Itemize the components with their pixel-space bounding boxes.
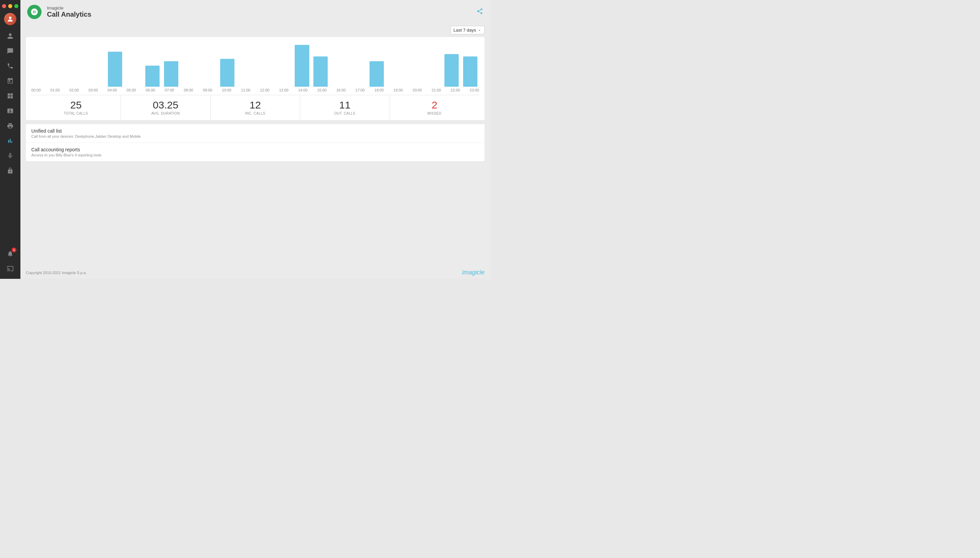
chart-bar-slot	[69, 43, 87, 87]
stat-value: 2	[393, 100, 476, 110]
sidebar-item-user[interactable]	[3, 29, 17, 43]
chart-time-label: 17:00	[355, 88, 365, 92]
sidebar-item-printer[interactable]	[3, 119, 17, 133]
chart-time-label: 00:00	[31, 88, 41, 92]
stat-item: 2MISSED	[390, 95, 479, 120]
chart-bar-slot	[274, 43, 292, 87]
sidebar-item-calendar[interactable]	[3, 74, 17, 88]
chart-bar	[145, 66, 159, 87]
unified-call-list-item[interactable]: Unified call list Call from all your dev…	[26, 124, 485, 143]
traffic-lights	[2, 0, 18, 11]
chart-labels: 00:0001:0002:0003:0004:0005:0006:0007:00…	[31, 87, 479, 95]
stats-row: 25TOTAL CALLS03.25AVG. DURATION12INC. CA…	[31, 95, 479, 120]
chart-bar-slot	[349, 43, 367, 87]
chart-time-label: 09:00	[203, 88, 212, 92]
chart-time-label: 20:00	[413, 88, 422, 92]
stat-value: 11	[303, 100, 386, 110]
menu-section: Unified call list Call from all your dev…	[26, 124, 485, 161]
chart-time-label: 18:00	[374, 88, 384, 92]
sidebar-item-mic[interactable]	[3, 149, 17, 162]
period-label: Last 7 days	[454, 28, 476, 33]
chart-bar-slot	[181, 43, 199, 87]
chart-time-label: 01:00	[50, 88, 60, 92]
close-button[interactable]	[2, 4, 6, 8]
chart-time-label: 16:00	[336, 88, 346, 92]
chart-bar	[164, 61, 178, 87]
app-logo	[27, 5, 41, 19]
chart-bar	[370, 61, 384, 87]
chart-time-label: 22:00	[451, 88, 460, 92]
sidebar-item-chat[interactable]	[3, 44, 17, 58]
chart-bar-slot	[50, 43, 68, 87]
filter-row: Last 7 days	[26, 26, 485, 34]
chart-bar-slot	[256, 43, 274, 87]
stat-label: INC. CALLS	[213, 112, 297, 115]
main-content: Imagicle Call Analytics Last 7 days 00:0…	[20, 0, 490, 279]
minimize-button[interactable]	[8, 4, 12, 8]
footer-logo: imagicle	[462, 269, 485, 276]
chart-time-label: 10:00	[222, 88, 232, 92]
chart-time-label: 05:00	[127, 88, 136, 92]
chart-time-label: 19:00	[393, 88, 403, 92]
chart-time-label: 21:00	[431, 88, 441, 92]
app-brand: Imagicle	[47, 6, 91, 11]
chart-bar-slot	[237, 43, 255, 87]
stat-label: MISSED	[393, 112, 476, 115]
sidebar-item-contacts[interactable]	[3, 104, 17, 118]
chart-bar-slot	[331, 43, 349, 87]
sidebar-item-grid[interactable]	[3, 89, 17, 103]
chart-bar	[108, 52, 122, 87]
chart-bar	[444, 54, 459, 87]
period-select[interactable]: Last 7 days	[451, 26, 485, 34]
chart-bar-slot	[293, 43, 311, 87]
stat-label: AVG. DURATION	[123, 112, 207, 115]
copyright-text: Copyright 2010-2021 Imagicle S.p.a.	[26, 271, 87, 275]
chart-bar-slot	[386, 43, 404, 87]
chart-time-label: 14:00	[298, 88, 307, 92]
sidebar-item-lock[interactable]	[3, 164, 17, 177]
chart-bar-slot	[442, 43, 460, 87]
chart-time-label: 13:00	[279, 88, 289, 92]
sidebar-item-cast[interactable]	[3, 262, 17, 276]
content-area: Last 7 days 00:0001:0002:0003:0004:0005:…	[20, 23, 490, 266]
chart-time-label: 04:00	[107, 88, 117, 92]
stat-item: 03.25AVG. DURATION	[121, 95, 210, 120]
sidebar: 1	[0, 0, 20, 279]
chart-bar-slot	[424, 43, 442, 87]
chart-bar-slot	[218, 43, 236, 87]
chart-time-label: 15:00	[317, 88, 327, 92]
stat-item: 12INC. CALLS	[210, 95, 300, 120]
chart-bar-slot	[312, 43, 330, 87]
maximize-button[interactable]	[14, 4, 18, 8]
call-accounting-item[interactable]: Call accounting reports Access to you Bi…	[26, 143, 485, 161]
app-name: Call Analytics	[47, 11, 91, 18]
stat-item: 25TOTAL CALLS	[31, 95, 121, 120]
chart-time-label: 07:00	[165, 88, 174, 92]
unified-call-list-title: Unified call list	[31, 128, 479, 134]
chart-panel: 00:0001:0002:0003:0004:0005:0006:0007:00…	[26, 37, 485, 120]
chart-bar-slot	[368, 43, 386, 87]
avatar[interactable]	[4, 13, 16, 25]
sidebar-item-analytics[interactable]	[3, 134, 17, 148]
svg-point-0	[9, 16, 11, 19]
app-title: Imagicle Call Analytics	[47, 6, 91, 18]
sidebar-item-notifications[interactable]: 1	[3, 247, 17, 261]
chart-time-label: 02:00	[69, 88, 79, 92]
chart-time-label: 08:00	[184, 88, 193, 92]
chart-area	[31, 43, 479, 87]
chart-bar-slot	[87, 43, 105, 87]
stat-value: 12	[213, 100, 297, 110]
chart-time-label: 06:00	[146, 88, 155, 92]
chart-bar-slot	[199, 43, 217, 87]
share-icon[interactable]	[476, 8, 483, 16]
chart-bar-slot	[461, 43, 479, 87]
sidebar-item-phone[interactable]	[3, 59, 17, 73]
chart-bar-slot	[106, 43, 124, 87]
chart-bar-slot	[125, 43, 143, 87]
header: Imagicle Call Analytics	[20, 0, 490, 23]
unified-call-list-subtitle: Call from all your devices: Deskphone,Ja…	[31, 134, 479, 138]
chart-time-label: 11:00	[241, 88, 250, 92]
chart-time-label: 03:00	[89, 88, 98, 92]
chart-bar	[220, 59, 234, 87]
footer: Copyright 2010-2021 Imagicle S.p.a. imag…	[20, 266, 490, 279]
